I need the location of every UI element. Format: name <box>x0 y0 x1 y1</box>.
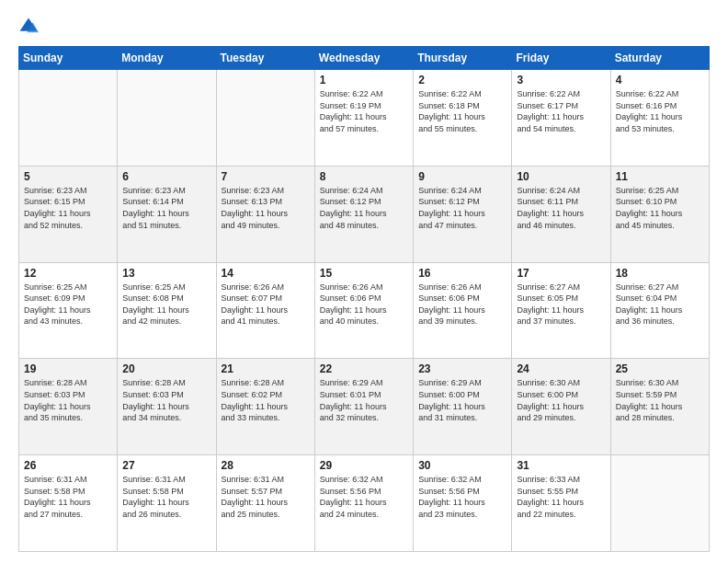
col-header-thursday: Thursday <box>414 47 512 70</box>
day-info: Sunrise: 6:31 AM Sunset: 5:58 PM Dayligh… <box>24 474 112 520</box>
day-info: Sunrise: 6:28 AM Sunset: 6:03 PM Dayligh… <box>24 377 112 423</box>
calendar-cell: 1Sunrise: 6:22 AM Sunset: 6:19 PM Daylig… <box>314 70 413 167</box>
day-info: Sunrise: 6:22 AM Sunset: 6:19 PM Dayligh… <box>320 88 408 134</box>
col-header-monday: Monday <box>118 47 216 70</box>
calendar-cell: 20Sunrise: 6:28 AM Sunset: 6:03 PM Dayli… <box>118 359 216 455</box>
week-row-1: 1Sunrise: 6:22 AM Sunset: 6:19 PM Daylig… <box>19 70 710 167</box>
day-info: Sunrise: 6:23 AM Sunset: 6:15 PM Dayligh… <box>24 185 112 231</box>
calendar-cell: 13Sunrise: 6:25 AM Sunset: 6:08 PM Dayli… <box>118 262 216 359</box>
calendar-cell: 21Sunrise: 6:28 AM Sunset: 6:02 PM Dayli… <box>216 359 314 455</box>
calendar-cell: 8Sunrise: 6:24 AM Sunset: 6:12 PM Daylig… <box>314 166 413 262</box>
day-number: 10 <box>517 170 605 183</box>
day-info: Sunrise: 6:27 AM Sunset: 6:04 PM Dayligh… <box>616 282 704 327</box>
day-info: Sunrise: 6:22 AM Sunset: 6:18 PM Dayligh… <box>418 88 506 134</box>
calendar-cell: 22Sunrise: 6:29 AM Sunset: 6:01 PM Dayli… <box>314 359 413 455</box>
day-info: Sunrise: 6:23 AM Sunset: 6:13 PM Dayligh… <box>222 185 310 231</box>
page: SundayMondayTuesdayWednesdayThursdayFrid… <box>0 0 728 563</box>
calendar-cell: 10Sunrise: 6:24 AM Sunset: 6:11 PM Dayli… <box>512 166 610 262</box>
calendar-header-row: SundayMondayTuesdayWednesdayThursdayFrid… <box>19 47 710 70</box>
week-row-2: 5Sunrise: 6:23 AM Sunset: 6:15 PM Daylig… <box>19 166 710 262</box>
day-number: 21 <box>222 362 310 375</box>
day-number: 16 <box>418 267 506 280</box>
day-number: 26 <box>24 459 112 472</box>
day-info: Sunrise: 6:29 AM Sunset: 6:01 PM Dayligh… <box>320 377 408 423</box>
calendar-cell: 17Sunrise: 6:27 AM Sunset: 6:05 PM Dayli… <box>512 262 610 359</box>
day-number: 14 <box>222 267 310 280</box>
day-info: Sunrise: 6:23 AM Sunset: 6:14 PM Dayligh… <box>122 185 210 231</box>
day-info: Sunrise: 6:26 AM Sunset: 6:06 PM Dayligh… <box>418 282 506 327</box>
day-info: Sunrise: 6:28 AM Sunset: 6:02 PM Dayligh… <box>222 377 310 423</box>
day-number: 30 <box>418 459 506 472</box>
logo-icon <box>18 17 39 37</box>
day-info: Sunrise: 6:30 AM Sunset: 5:59 PM Dayligh… <box>616 377 704 423</box>
calendar-cell: 26Sunrise: 6:31 AM Sunset: 5:58 PM Dayli… <box>19 455 118 552</box>
day-info: Sunrise: 6:22 AM Sunset: 6:16 PM Dayligh… <box>616 88 704 134</box>
day-info: Sunrise: 6:24 AM Sunset: 6:12 PM Dayligh… <box>320 185 408 231</box>
day-number: 28 <box>222 459 310 472</box>
calendar-cell: 4Sunrise: 6:22 AM Sunset: 6:16 PM Daylig… <box>610 70 709 167</box>
day-number: 17 <box>517 267 605 280</box>
calendar-cell: 19Sunrise: 6:28 AM Sunset: 6:03 PM Dayli… <box>19 359 118 455</box>
day-info: Sunrise: 6:31 AM Sunset: 5:57 PM Dayligh… <box>222 474 310 520</box>
day-number: 9 <box>418 170 506 183</box>
calendar-cell: 12Sunrise: 6:25 AM Sunset: 6:09 PM Dayli… <box>19 262 118 359</box>
col-header-sunday: Sunday <box>19 47 118 70</box>
day-number: 20 <box>122 362 210 375</box>
day-number: 11 <box>616 170 704 183</box>
week-row-3: 12Sunrise: 6:25 AM Sunset: 6:09 PM Dayli… <box>19 262 710 359</box>
calendar-cell: 11Sunrise: 6:25 AM Sunset: 6:10 PM Dayli… <box>610 166 709 262</box>
day-number: 27 <box>122 459 210 472</box>
week-row-4: 19Sunrise: 6:28 AM Sunset: 6:03 PM Dayli… <box>19 359 710 455</box>
logo <box>18 17 40 37</box>
day-info: Sunrise: 6:27 AM Sunset: 6:05 PM Dayligh… <box>517 282 605 327</box>
calendar-cell <box>19 70 118 167</box>
calendar-cell: 31Sunrise: 6:33 AM Sunset: 5:55 PM Dayli… <box>512 455 610 552</box>
calendar-cell: 23Sunrise: 6:29 AM Sunset: 6:00 PM Dayli… <box>414 359 512 455</box>
day-number: 7 <box>222 170 310 183</box>
day-info: Sunrise: 6:26 AM Sunset: 6:07 PM Dayligh… <box>222 282 310 327</box>
day-info: Sunrise: 6:29 AM Sunset: 6:00 PM Dayligh… <box>418 377 506 423</box>
col-header-saturday: Saturday <box>610 47 709 70</box>
day-info: Sunrise: 6:24 AM Sunset: 6:12 PM Dayligh… <box>418 185 506 231</box>
calendar-cell: 6Sunrise: 6:23 AM Sunset: 6:14 PM Daylig… <box>118 166 216 262</box>
day-number: 23 <box>418 362 506 375</box>
calendar-cell <box>118 70 216 167</box>
day-number: 19 <box>24 362 112 375</box>
day-number: 13 <box>122 267 210 280</box>
col-header-tuesday: Tuesday <box>216 47 314 70</box>
header <box>18 17 710 37</box>
calendar-cell: 5Sunrise: 6:23 AM Sunset: 6:15 PM Daylig… <box>19 166 118 262</box>
day-number: 15 <box>320 267 408 280</box>
day-info: Sunrise: 6:25 AM Sunset: 6:08 PM Dayligh… <box>122 282 210 327</box>
day-info: Sunrise: 6:26 AM Sunset: 6:06 PM Dayligh… <box>320 282 408 327</box>
day-number: 12 <box>24 267 112 280</box>
day-info: Sunrise: 6:33 AM Sunset: 5:55 PM Dayligh… <box>517 474 605 520</box>
day-number: 5 <box>24 170 112 183</box>
calendar-cell: 16Sunrise: 6:26 AM Sunset: 6:06 PM Dayli… <box>414 262 512 359</box>
day-number: 31 <box>517 459 605 472</box>
calendar-cell <box>610 455 709 552</box>
day-info: Sunrise: 6:24 AM Sunset: 6:11 PM Dayligh… <box>517 185 605 231</box>
day-number: 4 <box>616 74 704 86</box>
day-number: 6 <box>122 170 210 183</box>
calendar-cell <box>216 70 314 167</box>
day-info: Sunrise: 6:30 AM Sunset: 6:00 PM Dayligh… <box>517 377 605 423</box>
calendar-cell: 15Sunrise: 6:26 AM Sunset: 6:06 PM Dayli… <box>314 262 413 359</box>
calendar-cell: 14Sunrise: 6:26 AM Sunset: 6:07 PM Dayli… <box>216 262 314 359</box>
day-info: Sunrise: 6:22 AM Sunset: 6:17 PM Dayligh… <box>517 88 605 134</box>
calendar-cell: 2Sunrise: 6:22 AM Sunset: 6:18 PM Daylig… <box>414 70 512 167</box>
col-header-wednesday: Wednesday <box>314 47 413 70</box>
calendar-cell: 28Sunrise: 6:31 AM Sunset: 5:57 PM Dayli… <box>216 455 314 552</box>
day-number: 18 <box>616 267 704 280</box>
col-header-friday: Friday <box>512 47 610 70</box>
calendar-cell: 18Sunrise: 6:27 AM Sunset: 6:04 PM Dayli… <box>610 262 709 359</box>
day-info: Sunrise: 6:31 AM Sunset: 5:58 PM Dayligh… <box>122 474 210 520</box>
day-number: 25 <box>616 362 704 375</box>
week-row-5: 26Sunrise: 6:31 AM Sunset: 5:58 PM Dayli… <box>19 455 710 552</box>
calendar-cell: 24Sunrise: 6:30 AM Sunset: 6:00 PM Dayli… <box>512 359 610 455</box>
day-info: Sunrise: 6:32 AM Sunset: 5:56 PM Dayligh… <box>320 474 408 520</box>
day-number: 3 <box>517 74 605 86</box>
calendar-cell: 9Sunrise: 6:24 AM Sunset: 6:12 PM Daylig… <box>414 166 512 262</box>
day-info: Sunrise: 6:25 AM Sunset: 6:09 PM Dayligh… <box>24 282 112 327</box>
calendar-cell: 3Sunrise: 6:22 AM Sunset: 6:17 PM Daylig… <box>512 70 610 167</box>
